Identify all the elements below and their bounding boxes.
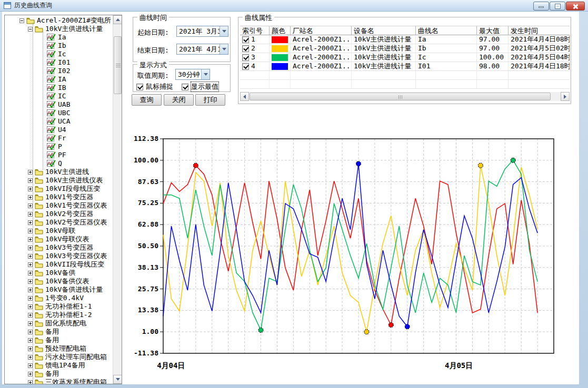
column-header[interactable]: 最大值 [477, 26, 509, 35]
tree-item-curve[interactable]: I01 [5, 58, 113, 67]
start-date-picker[interactable]: 2021年 3月30 [176, 26, 228, 37]
tree-expander-icon[interactable] [28, 254, 33, 259]
column-header[interactable]: 设备名 [352, 26, 416, 35]
end-date-picker[interactable]: 2021年 4月14 [176, 44, 228, 55]
tree-item-folder[interactable]: 备用 [5, 370, 113, 378]
tree-item-folder[interactable]: 10kV备供进线计量 [5, 285, 113, 294]
table-scroll-thumb[interactable] [250, 93, 551, 100]
tree-expander-icon[interactable] [28, 170, 33, 175]
mouse-capture-checkbox[interactable] [136, 84, 143, 90]
tree-item-folder[interactable]: 1号变0.4kV [5, 294, 113, 302]
tree-item-folder[interactable]: 10kV2号变压器仪表 [5, 218, 113, 227]
column-header[interactable]: 厂站名 [291, 26, 352, 35]
tree-item-curve[interactable]: I02 [5, 67, 113, 75]
tree-item-folder[interactable]: 10kV3号变压器 [5, 243, 113, 252]
tree-item-folder[interactable]: 10kV1号变压器 [5, 193, 113, 201]
tree-item-folder[interactable]: 10kV备供 [5, 269, 113, 277]
close-button[interactable] [566, 2, 585, 11]
tree-item-folder[interactable]: 固化系统配电 [5, 319, 113, 328]
print-button[interactable]: 打印 [195, 94, 225, 106]
tree-expander-icon[interactable] [28, 338, 33, 343]
tree-item-curve[interactable]: UAB [5, 100, 113, 109]
tree-expander-icon[interactable] [28, 304, 33, 309]
sample-period-select[interactable]: 30分钟 [175, 69, 210, 80]
tree-item-curve[interactable]: IB [5, 84, 113, 92]
tree-item-root[interactable]: Acrel-2000Z1#变电所 [5, 16, 113, 25]
tree-expander-icon[interactable] [28, 178, 33, 183]
tree-item-curve[interactable]: IA [5, 75, 113, 84]
tree-item-folder[interactable]: 10kVI段母线压变 [5, 185, 113, 193]
tree-scroll-down-button[interactable] [113, 375, 122, 384]
tree-item-folder[interactable]: 污水处理车间配电箱 [5, 353, 113, 361]
tree-item-curve[interactable]: IC [5, 92, 113, 100]
tree-item-curve[interactable]: Q [5, 159, 113, 168]
table-scroll-right-button[interactable] [561, 92, 570, 101]
tree-expander-icon[interactable] [28, 372, 33, 376]
tree-expander-icon[interactable] [28, 246, 33, 250]
tree-expander-icon[interactable] [28, 296, 33, 301]
tree-scroll-up-button[interactable] [113, 15, 122, 24]
row-checkbox[interactable] [242, 63, 249, 70]
tree-expander-icon[interactable] [28, 321, 33, 326]
tree-expander-icon[interactable] [28, 203, 33, 208]
query-button[interactable]: 查询 [132, 94, 162, 106]
tree-item-folder[interactable]: 备用 [5, 328, 113, 336]
column-header[interactable]: 索引号 [240, 26, 270, 35]
tree-item-curve[interactable]: Ic [5, 50, 113, 58]
column-header[interactable]: 曲线名 [416, 26, 477, 35]
tree-item-group[interactable]: 10kV主供进线计量 [5, 25, 113, 33]
tree-expander-icon[interactable] [28, 363, 33, 368]
tree-expander-icon[interactable] [28, 262, 33, 267]
tree-item-folder[interactable]: 10kV2号变压器 [5, 210, 113, 218]
tree-expander-icon[interactable] [28, 271, 33, 275]
tree-item-folder[interactable]: 10kV1号变压器仪表 [5, 201, 113, 210]
column-header[interactable]: 发生时间 [509, 26, 570, 35]
table-hscrollbar[interactable] [240, 92, 570, 101]
tree-item-folder[interactable]: 10kV母联仪表 [5, 235, 113, 243]
maximize-button[interactable] [550, 2, 565, 11]
tree-item-curve[interactable]: P [5, 142, 113, 151]
history-curve-chart[interactable]: 112.38100.0087.6375.2562.8850.5038.1325.… [132, 130, 561, 372]
tree-expander-icon[interactable] [28, 279, 33, 284]
curve-table-row[interactable]: 3 Acrel-2000Z1... 10kV主供进线计量 Ic 100.00 2… [240, 53, 570, 62]
tree-item-folder[interactable]: 10kV主供进线 [5, 168, 113, 176]
curve-table-row[interactable]: 1 Acrel-2000Z1... 10kV主供进线计量 Ia 97.00 20… [240, 35, 570, 44]
tree-item-curve[interactable]: U4 [5, 126, 113, 134]
tree-item-folder[interactable]: 10kV3号变压器仪表 [5, 252, 113, 260]
tree-item-curve[interactable]: PF [5, 151, 113, 159]
tree-item-curve[interactable]: UBC [5, 109, 113, 117]
tree-expander-icon[interactable] [28, 212, 33, 217]
start-date-dropdown-button[interactable] [220, 26, 228, 36]
tree-item-folder[interactable]: 无功补偿柜1-2 [5, 311, 113, 319]
title-bar[interactable]: 历史曲线查询 [0, 0, 588, 12]
table-scroll-left-button[interactable] [240, 92, 249, 101]
tree-expander-icon[interactable] [28, 237, 33, 242]
tree-scrollbar[interactable] [113, 15, 122, 384]
row-checkbox[interactable] [242, 45, 249, 52]
row-checkbox[interactable] [242, 36, 249, 43]
tree-item-folder[interactable]: 备用 [5, 336, 113, 344]
curve-table-row[interactable]: 4 Acrel-2000Z1... 10kV主供进线计量 I01 98.00 2… [240, 62, 570, 71]
tree-expander-icon[interactable] [28, 355, 33, 360]
tree-item-curve[interactable]: Ia [5, 33, 113, 42]
tree-item-curve[interactable]: Ib [5, 42, 113, 50]
tree-expander-icon[interactable] [28, 195, 33, 200]
tree-expander-icon[interactable] [28, 220, 33, 225]
tree-scroll-thumb[interactable] [114, 36, 122, 94]
tree-expander-icon[interactable] [19, 18, 24, 23]
mouse-capture-option[interactable]: 鼠标捕捉 [136, 82, 173, 91]
tree-item-folder[interactable]: 10kVII段母线压变 [5, 260, 113, 269]
show-extremes-option[interactable]: 显示最值 [182, 82, 218, 91]
tree-expander-icon[interactable] [28, 313, 33, 318]
close-dialog-button[interactable]: 关闭 [164, 94, 194, 106]
sample-period-dropdown-button[interactable] [201, 69, 210, 79]
tree-expander-icon[interactable] [28, 187, 33, 191]
tree-expander-icon[interactable] [28, 288, 33, 292]
tree-item-folder[interactable]: 10kV主供进线仪表 [5, 176, 113, 185]
tree-expander-icon[interactable] [28, 346, 33, 351]
minimize-button[interactable] [533, 2, 549, 11]
tree-item-folder[interactable]: 10kV母联 [5, 227, 113, 235]
tree-item-folder[interactable]: 三效蒸发系统配电箱 [5, 378, 113, 384]
column-header[interactable]: 颜色 [270, 26, 291, 35]
tree-item-curve[interactable]: Fr [5, 134, 113, 142]
